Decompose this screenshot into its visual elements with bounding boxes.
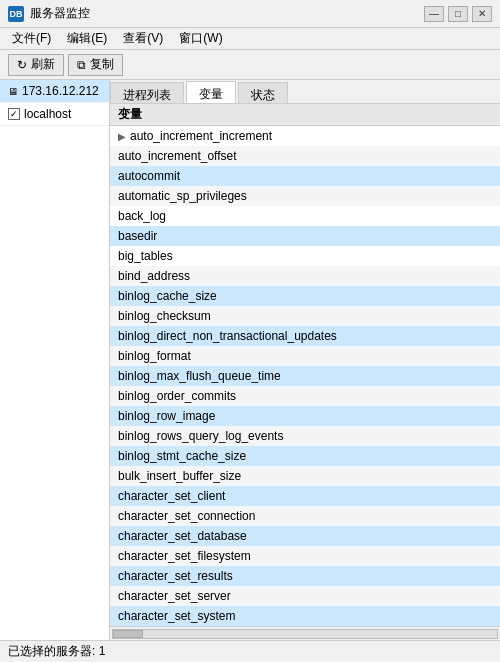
list-item[interactable]: bulk_insert_buffer_size — [110, 466, 500, 486]
list-item[interactable]: binlog_checksum — [110, 306, 500, 326]
variable-name: character_set_results — [118, 569, 233, 583]
refresh-icon: ↻ — [17, 58, 27, 72]
toolbar: ↻ 刷新 ⧉ 复制 — [0, 50, 500, 80]
variable-name: character_set_system — [118, 609, 235, 623]
variable-name: bulk_insert_buffer_size — [118, 469, 241, 483]
list-item[interactable]: binlog_rows_query_log_events — [110, 426, 500, 446]
variable-name: binlog_rows_query_log_events — [118, 429, 283, 443]
list-item[interactable]: character_set_client — [110, 486, 500, 506]
expand-arrow-icon: ▶ — [118, 131, 126, 142]
tab-variables[interactable]: 变量 — [186, 81, 236, 103]
localhost-checkbox[interactable]: ✓ — [8, 108, 20, 120]
refresh-button[interactable]: ↻ 刷新 — [8, 54, 64, 76]
variable-name: binlog_direct_non_transactional_updates — [118, 329, 337, 343]
maximize-button[interactable]: □ — [448, 6, 468, 22]
list-item[interactable]: auto_increment_offset — [110, 146, 500, 166]
h-scroll-track — [112, 629, 498, 639]
variable-name: back_log — [118, 209, 166, 223]
list-item[interactable]: back_log — [110, 206, 500, 226]
h-scroll-thumb[interactable] — [113, 630, 143, 638]
window-controls: — □ ✕ — [424, 6, 492, 22]
variable-name: autocommit — [118, 169, 180, 183]
copy-icon: ⧉ — [77, 58, 86, 72]
list-item[interactable]: binlog_stmt_cache_size — [110, 446, 500, 466]
variable-name: character_set_connection — [118, 509, 255, 523]
menu-bar: 文件(F) 编辑(E) 查看(V) 窗口(W) — [0, 28, 500, 50]
tabs: 进程列表 变量 状态 — [110, 80, 500, 104]
variable-list[interactable]: ▶auto_increment_incrementauto_increment_… — [110, 126, 500, 626]
sidebar-item-server[interactable]: 🖥 173.16.12.212 — [0, 80, 109, 103]
variable-name: binlog_row_image — [118, 409, 215, 423]
horizontal-scrollbar[interactable] — [110, 626, 500, 640]
variable-name: character_set_filesystem — [118, 549, 251, 563]
variable-name: character_set_database — [118, 529, 247, 543]
list-item[interactable]: character_set_results — [110, 566, 500, 586]
copy-label: 复制 — [90, 56, 114, 73]
right-panel: 进程列表 变量 状态 变量 ▶auto_increment_incrementa… — [110, 80, 500, 640]
window-title: 服务器监控 — [30, 5, 90, 22]
variable-name: binlog_checksum — [118, 309, 211, 323]
list-item[interactable]: character_set_server — [110, 586, 500, 606]
server-label: 173.16.12.212 — [22, 84, 99, 98]
variable-name: bind_address — [118, 269, 190, 283]
variable-panel: 变量 ▶auto_increment_incrementauto_increme… — [110, 104, 500, 626]
menu-edit[interactable]: 编辑(E) — [59, 28, 115, 49]
title-bar-left: DB 服务器监控 — [8, 5, 90, 22]
variable-name: character_set_server — [118, 589, 231, 603]
variable-name: binlog_cache_size — [118, 289, 217, 303]
list-item[interactable]: big_tables — [110, 246, 500, 266]
main-area: 🖥 173.16.12.212 ✓ localhost 进程列表 变量 状态 变… — [0, 80, 500, 640]
menu-view[interactable]: 查看(V) — [115, 28, 171, 49]
localhost-label: localhost — [24, 107, 71, 121]
list-item[interactable]: character_set_connection — [110, 506, 500, 526]
list-item[interactable]: character_set_database — [110, 526, 500, 546]
list-item[interactable]: binlog_max_flush_queue_time — [110, 366, 500, 386]
variable-name: binlog_format — [118, 349, 191, 363]
menu-window[interactable]: 窗口(W) — [171, 28, 230, 49]
list-item[interactable]: binlog_order_commits — [110, 386, 500, 406]
list-item[interactable]: binlog_format — [110, 346, 500, 366]
list-item[interactable]: binlog_cache_size — [110, 286, 500, 306]
list-item[interactable]: automatic_sp_privileges — [110, 186, 500, 206]
close-button[interactable]: ✕ — [472, 6, 492, 22]
variable-name: binlog_max_flush_queue_time — [118, 369, 281, 383]
list-item[interactable]: autocommit — [110, 166, 500, 186]
variable-name: automatic_sp_privileges — [118, 189, 247, 203]
variable-name: binlog_stmt_cache_size — [118, 449, 246, 463]
title-bar: DB 服务器监控 — □ ✕ — [0, 0, 500, 28]
status-text: 已选择的服务器: 1 — [8, 643, 105, 660]
minimize-button[interactable]: — — [424, 6, 444, 22]
menu-file[interactable]: 文件(F) — [4, 28, 59, 49]
server-icon: 🖥 — [8, 86, 18, 97]
variable-name: basedir — [118, 229, 157, 243]
copy-button[interactable]: ⧉ 复制 — [68, 54, 123, 76]
variable-name: auto_increment_increment — [130, 129, 272, 143]
variable-name: big_tables — [118, 249, 173, 263]
list-item[interactable]: basedir — [110, 226, 500, 246]
list-item[interactable]: bind_address — [110, 266, 500, 286]
list-item[interactable]: binlog_row_image — [110, 406, 500, 426]
refresh-label: 刷新 — [31, 56, 55, 73]
list-item[interactable]: character_set_filesystem — [110, 546, 500, 566]
list-item[interactable]: ▶auto_increment_increment — [110, 126, 500, 146]
variable-name: binlog_order_commits — [118, 389, 236, 403]
variable-name: character_set_client — [118, 489, 225, 503]
tab-status[interactable]: 状态 — [238, 82, 288, 103]
list-item[interactable]: character_set_system — [110, 606, 500, 626]
variable-header: 变量 — [110, 104, 500, 126]
list-item[interactable]: binlog_direct_non_transactional_updates — [110, 326, 500, 346]
app-icon: DB — [8, 6, 24, 22]
variable-name: auto_increment_offset — [118, 149, 237, 163]
sidebar: 🖥 173.16.12.212 ✓ localhost — [0, 80, 110, 640]
status-bar: 已选择的服务器: 1 — [0, 640, 500, 662]
tab-process-list[interactable]: 进程列表 — [110, 82, 184, 103]
sidebar-item-localhost[interactable]: ✓ localhost — [0, 103, 109, 126]
